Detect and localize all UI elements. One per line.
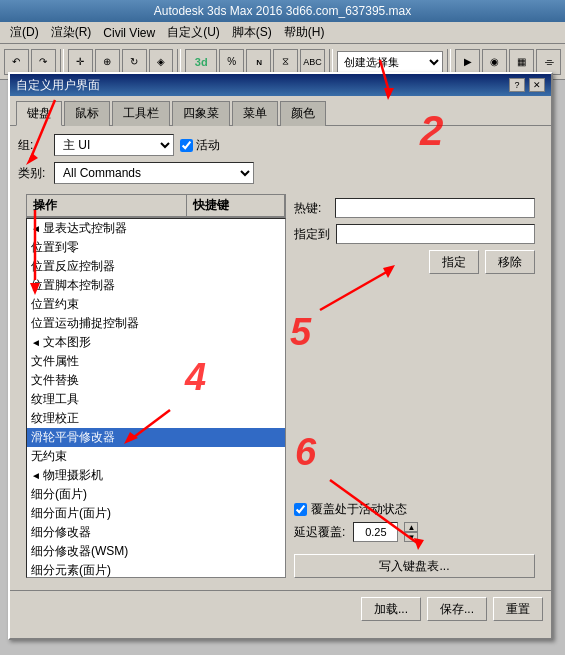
toolbar-btn-undo[interactable]: ↶ bbox=[4, 49, 29, 75]
list-container[interactable]: ◄显表达式控制器位置到零位置反应控制器位置脚本控制器位置约束位置运动捕捉控制器◄… bbox=[26, 218, 286, 578]
list-item[interactable]: 无约束 bbox=[27, 447, 285, 466]
list-item[interactable]: 纹理校正 bbox=[27, 409, 285, 428]
menu-script[interactable]: 脚本(S) bbox=[226, 22, 278, 43]
list-item[interactable]: ◄显表达式控制器 bbox=[27, 219, 285, 238]
menu-customize[interactable]: 自定义(U) bbox=[161, 22, 226, 43]
toolbar-btn-percent[interactable]: % bbox=[219, 49, 244, 75]
delay-down-arrow[interactable]: ▼ bbox=[404, 532, 418, 542]
list-item-action: 纹理校正 bbox=[31, 410, 281, 427]
load-button[interactable]: 加载... bbox=[361, 597, 421, 621]
delay-input[interactable] bbox=[353, 522, 398, 542]
list-item[interactable]: 位置反应控制器 bbox=[27, 257, 285, 276]
active-label: 活动 bbox=[196, 137, 220, 154]
delay-row: 延迟覆盖: ▲ ▼ bbox=[294, 522, 535, 542]
toolbar-btn-snap[interactable]: ⧖ bbox=[273, 49, 298, 75]
list-item-icon: ◄ bbox=[31, 223, 41, 234]
list-item[interactable]: ◄文本图形 bbox=[27, 333, 285, 352]
hotkey-row: 热键: bbox=[294, 198, 535, 218]
toolbar-btn-rotate[interactable]: ↻ bbox=[122, 49, 147, 75]
tab-quadmenu[interactable]: 四象菜 bbox=[172, 101, 230, 126]
overlay-checkbox-label[interactable]: 覆盖处于活动状态 bbox=[294, 501, 535, 518]
reset-button[interactable]: 重置 bbox=[493, 597, 543, 621]
list-item[interactable]: 细分(面片) bbox=[27, 485, 285, 504]
active-checkbox-label[interactable]: 活动 bbox=[180, 137, 220, 154]
list-item[interactable]: ◄物理摄影机 bbox=[27, 466, 285, 485]
menu-render-r[interactable]: 渲染(R) bbox=[45, 22, 98, 43]
save-button[interactable]: 保存... bbox=[427, 597, 487, 621]
category-select[interactable]: All Commands bbox=[54, 162, 254, 184]
list-item-action: 无约束 bbox=[31, 448, 281, 465]
list-item[interactable]: 纹理工具 bbox=[27, 390, 285, 409]
list-item[interactable]: 位置到零 bbox=[27, 238, 285, 257]
list-item[interactable]: 位置运动捕捉控制器 bbox=[27, 314, 285, 333]
toolbar-btn-redo[interactable]: ↷ bbox=[31, 49, 56, 75]
assignto-input[interactable] bbox=[336, 224, 535, 244]
active-checkbox[interactable] bbox=[180, 139, 193, 152]
list-item-icon: ◄ bbox=[31, 337, 41, 348]
list-item[interactable]: 文件属性 bbox=[27, 352, 285, 371]
list-item[interactable]: 细分面片(面片) bbox=[27, 504, 285, 523]
toolbar-btn-material[interactable]: ▦ bbox=[509, 49, 534, 75]
toolbar-btn-scale[interactable]: ◈ bbox=[149, 49, 174, 75]
selection-set-dropdown[interactable]: 创建选择集 bbox=[337, 51, 444, 73]
toolbar-btn-n[interactable]: ɴ bbox=[246, 49, 271, 75]
list-item-icon: ◄ bbox=[31, 470, 41, 481]
menu-help[interactable]: 帮助(H) bbox=[278, 22, 331, 43]
menu-bar: 渲(D) 渲染(R) Civil View 自定义(U) 脚本(S) 帮助(H) bbox=[0, 22, 565, 44]
list-col-hotkey: 快捷键 bbox=[187, 195, 285, 216]
assignto-row: 指定到 bbox=[294, 224, 535, 244]
dialog-help-button[interactable]: ? bbox=[509, 78, 525, 92]
list-item-action: 物理摄影机 bbox=[43, 467, 281, 484]
overlay-checkbox[interactable] bbox=[294, 503, 307, 516]
tab-mouse[interactable]: 鼠标 bbox=[64, 101, 110, 126]
menu-civil-view[interactable]: Civil View bbox=[97, 24, 161, 42]
dialog-tabs: 键盘 鼠标 工具栏 四象菜 菜单 颜色 bbox=[10, 96, 551, 126]
toolbar-btn-render2[interactable]: ◉ bbox=[482, 49, 507, 75]
toolbar-sep-3 bbox=[329, 49, 333, 75]
list-header: 操作 快捷键 bbox=[26, 194, 286, 218]
group-label: 组: bbox=[18, 137, 48, 154]
toolbar-btn-move[interactable]: ⊕ bbox=[95, 49, 120, 75]
list-item[interactable]: 文件替换 bbox=[27, 371, 285, 390]
hotkey-input[interactable] bbox=[335, 198, 535, 218]
remove-button[interactable]: 移除 bbox=[485, 250, 535, 274]
tab-color[interactable]: 颜色 bbox=[280, 101, 326, 126]
list-item[interactable]: 细分修改器 bbox=[27, 523, 285, 542]
hotkey-label: 热键: bbox=[294, 200, 329, 217]
toolbar-btn-3d[interactable]: 3d bbox=[185, 49, 217, 75]
list-item-action: 位置到零 bbox=[31, 239, 281, 256]
dialog-close-button[interactable]: ✕ bbox=[529, 78, 545, 92]
list-item-action: 文件属性 bbox=[31, 353, 281, 370]
list-col-action: 操作 bbox=[27, 195, 187, 216]
list-item[interactable]: 滑轮平骨修改器 bbox=[27, 428, 285, 447]
delay-up-arrow[interactable]: ▲ bbox=[404, 522, 418, 532]
toolbar-btn-render[interactable]: ▶ bbox=[455, 49, 480, 75]
list-item-action: 滑轮平骨修改器 bbox=[31, 429, 281, 446]
delay-label: 延迟覆盖: bbox=[294, 524, 345, 541]
overlay-section: 覆盖处于活动状态 延迟覆盖: ▲ ▼ 写入键盘表... bbox=[294, 501, 535, 578]
write-keyboard-button[interactable]: 写入键盘表... bbox=[294, 554, 535, 578]
group-select[interactable]: 主 UI bbox=[54, 134, 174, 156]
assign-button[interactable]: 指定 bbox=[429, 250, 479, 274]
list-item-action: 细分面片(面片) bbox=[31, 505, 281, 522]
toolbar-btn-select[interactable]: ✛ bbox=[68, 49, 93, 75]
list-item-action: 位置运动捕捉控制器 bbox=[31, 315, 281, 332]
tab-toolbar[interactable]: 工具栏 bbox=[112, 101, 170, 126]
list-item[interactable]: 细分修改器(WSM) bbox=[27, 542, 285, 561]
list-item[interactable]: 位置脚本控制器 bbox=[27, 276, 285, 295]
assign-remove-row: 指定 移除 bbox=[294, 250, 535, 274]
tab-keyboard[interactable]: 键盘 bbox=[16, 101, 62, 126]
dialog-customize-ui: 自定义用户界面 ? ✕ 键盘 鼠标 工具栏 四象菜 菜单 颜色 组: 主 UI … bbox=[8, 72, 553, 640]
toolbar-btn-curve[interactable]: ⌯ bbox=[536, 49, 561, 75]
group-row: 组: 主 UI 活动 bbox=[18, 134, 543, 156]
tab-menu[interactable]: 菜单 bbox=[232, 101, 278, 126]
title-bar: Autodesk 3ds Max 2016 3d66.com_637395.ma… bbox=[0, 0, 565, 22]
menu-render-d[interactable]: 渲(D) bbox=[4, 22, 45, 43]
title-text: Autodesk 3ds Max 2016 3d66.com_637395.ma… bbox=[154, 4, 412, 18]
toolbar-btn-abc[interactable]: ABC bbox=[300, 49, 325, 75]
dialog-title-buttons: ? ✕ bbox=[507, 78, 545, 92]
list-item[interactable]: 位置约束 bbox=[27, 295, 285, 314]
list-item[interactable]: 细分元素(面片) bbox=[27, 561, 285, 578]
list-item-action: 文件替换 bbox=[31, 372, 281, 389]
list-item-action: 细分修改器(WSM) bbox=[31, 543, 281, 560]
